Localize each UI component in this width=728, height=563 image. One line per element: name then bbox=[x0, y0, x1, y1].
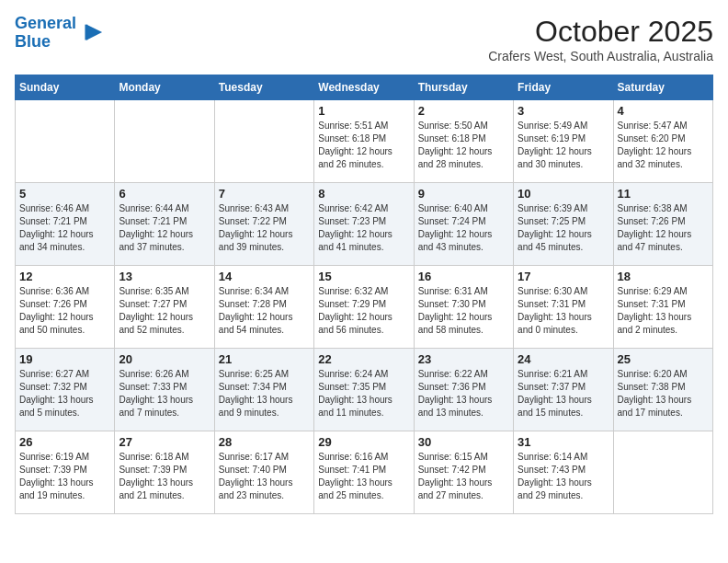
day-number: 23 bbox=[418, 352, 509, 366]
day-number: 31 bbox=[518, 435, 609, 449]
calendar-week-2: 5Sunrise: 6:46 AM Sunset: 7:21 PM Daylig… bbox=[16, 183, 713, 266]
day-number: 1 bbox=[318, 104, 409, 118]
day-info: Sunrise: 6:25 AM Sunset: 7:34 PM Dayligh… bbox=[219, 368, 310, 419]
calendar-cell: 11Sunrise: 6:38 AM Sunset: 7:26 PM Dayli… bbox=[613, 183, 712, 266]
logo-general: General bbox=[15, 14, 76, 32]
day-number: 22 bbox=[318, 352, 409, 366]
calendar-week-5: 26Sunrise: 6:19 AM Sunset: 7:39 PM Dayli… bbox=[16, 431, 713, 514]
day-info: Sunrise: 6:20 AM Sunset: 7:38 PM Dayligh… bbox=[618, 368, 709, 419]
calendar-week-1: 1Sunrise: 5:51 AM Sunset: 6:18 PM Daylig… bbox=[16, 100, 713, 183]
day-info: Sunrise: 6:39 AM Sunset: 7:25 PM Dayligh… bbox=[518, 202, 609, 254]
calendar-cell: 17Sunrise: 6:30 AM Sunset: 7:31 PM Dayli… bbox=[514, 266, 613, 349]
day-number: 11 bbox=[618, 187, 709, 201]
calendar-cell: 18Sunrise: 6:29 AM Sunset: 7:31 PM Dayli… bbox=[613, 266, 712, 349]
calendar-cell: 7Sunrise: 6:43 AM Sunset: 7:22 PM Daylig… bbox=[214, 183, 313, 266]
day-info: Sunrise: 6:40 AM Sunset: 7:24 PM Dayligh… bbox=[418, 202, 509, 254]
calendar-cell: 25Sunrise: 6:20 AM Sunset: 7:38 PM Dayli… bbox=[613, 349, 712, 431]
logo-blue: Blue bbox=[15, 32, 51, 51]
day-number: 9 bbox=[418, 187, 509, 201]
calendar-cell: 5Sunrise: 6:46 AM Sunset: 7:21 PM Daylig… bbox=[16, 183, 115, 266]
calendar-cell: 26Sunrise: 6:19 AM Sunset: 7:39 PM Dayli… bbox=[16, 431, 115, 514]
calendar-cell: 1Sunrise: 5:51 AM Sunset: 6:18 PM Daylig… bbox=[314, 100, 414, 183]
weekday-header-row: SundayMondayTuesdayWednesdayThursdayFrid… bbox=[16, 75, 713, 100]
day-number: 7 bbox=[219, 187, 310, 201]
calendar-cell: 3Sunrise: 5:49 AM Sunset: 6:19 PM Daylig… bbox=[514, 100, 613, 183]
weekday-saturday: Saturday bbox=[613, 75, 712, 100]
day-number: 20 bbox=[119, 352, 210, 366]
calendar-cell: 2Sunrise: 5:50 AM Sunset: 6:18 PM Daylig… bbox=[414, 100, 513, 183]
day-number: 30 bbox=[418, 435, 509, 449]
day-number: 25 bbox=[618, 352, 709, 366]
day-info: Sunrise: 6:14 AM Sunset: 7:43 PM Dayligh… bbox=[518, 451, 609, 502]
calendar-body: 1Sunrise: 5:51 AM Sunset: 6:18 PM Daylig… bbox=[16, 100, 713, 514]
calendar-cell: 28Sunrise: 6:17 AM Sunset: 7:40 PM Dayli… bbox=[214, 431, 313, 514]
day-number: 27 bbox=[119, 435, 210, 449]
day-number: 21 bbox=[219, 352, 310, 366]
calendar-cell bbox=[613, 431, 712, 514]
day-number: 12 bbox=[19, 270, 110, 283]
calendar-cell: 16Sunrise: 6:31 AM Sunset: 7:30 PM Dayli… bbox=[414, 266, 513, 349]
calendar-cell: 9Sunrise: 6:40 AM Sunset: 7:24 PM Daylig… bbox=[414, 183, 513, 266]
day-info: Sunrise: 6:38 AM Sunset: 7:26 PM Dayligh… bbox=[618, 202, 709, 254]
day-info: Sunrise: 6:36 AM Sunset: 7:26 PM Dayligh… bbox=[19, 285, 110, 337]
calendar-cell: 14Sunrise: 6:34 AM Sunset: 7:28 PM Dayli… bbox=[214, 266, 313, 349]
weekday-sunday: Sunday bbox=[16, 75, 115, 100]
page-header: General Blue October 2025 Crafers West, … bbox=[15, 15, 713, 63]
day-number: 29 bbox=[318, 435, 409, 449]
day-info: Sunrise: 5:51 AM Sunset: 6:18 PM Dayligh… bbox=[318, 120, 409, 171]
day-info: Sunrise: 6:15 AM Sunset: 7:42 PM Dayligh… bbox=[418, 451, 509, 502]
calendar-cell: 30Sunrise: 6:15 AM Sunset: 7:42 PM Dayli… bbox=[414, 431, 513, 514]
day-info: Sunrise: 6:21 AM Sunset: 7:37 PM Dayligh… bbox=[518, 368, 609, 419]
day-number: 16 bbox=[418, 270, 509, 283]
day-number: 18 bbox=[618, 270, 709, 283]
day-info: Sunrise: 6:24 AM Sunset: 7:35 PM Dayligh… bbox=[318, 368, 409, 419]
day-info: Sunrise: 6:18 AM Sunset: 7:39 PM Dayligh… bbox=[119, 451, 210, 502]
calendar-cell: 4Sunrise: 5:47 AM Sunset: 6:20 PM Daylig… bbox=[613, 100, 712, 183]
day-number: 28 bbox=[219, 435, 310, 449]
calendar-cell: 10Sunrise: 6:39 AM Sunset: 7:25 PM Dayli… bbox=[514, 183, 613, 266]
calendar-cell: 22Sunrise: 6:24 AM Sunset: 7:35 PM Dayli… bbox=[314, 349, 414, 431]
calendar-cell: 29Sunrise: 6:16 AM Sunset: 7:41 PM Dayli… bbox=[314, 431, 414, 514]
day-info: Sunrise: 6:16 AM Sunset: 7:41 PM Dayligh… bbox=[318, 451, 409, 502]
calendar-week-4: 19Sunrise: 6:27 AM Sunset: 7:32 PM Dayli… bbox=[16, 349, 713, 431]
svg-marker-0 bbox=[86, 24, 102, 40]
svg-rect-1 bbox=[85, 24, 88, 40]
day-info: Sunrise: 6:43 AM Sunset: 7:22 PM Dayligh… bbox=[219, 202, 310, 254]
day-info: Sunrise: 5:50 AM Sunset: 6:18 PM Dayligh… bbox=[418, 120, 509, 171]
day-info: Sunrise: 6:34 AM Sunset: 7:28 PM Dayligh… bbox=[219, 285, 310, 337]
calendar-cell: 15Sunrise: 6:32 AM Sunset: 7:29 PM Dayli… bbox=[314, 266, 414, 349]
day-info: Sunrise: 5:47 AM Sunset: 6:20 PM Dayligh… bbox=[618, 120, 709, 171]
day-number: 19 bbox=[19, 352, 110, 366]
day-info: Sunrise: 5:49 AM Sunset: 6:19 PM Dayligh… bbox=[518, 120, 609, 171]
weekday-thursday: Thursday bbox=[414, 75, 513, 100]
day-info: Sunrise: 6:35 AM Sunset: 7:27 PM Dayligh… bbox=[119, 285, 210, 337]
day-number: 24 bbox=[518, 352, 609, 366]
day-number: 14 bbox=[219, 270, 310, 283]
logo: General Blue bbox=[15, 15, 104, 52]
day-info: Sunrise: 6:26 AM Sunset: 7:33 PM Dayligh… bbox=[119, 368, 210, 419]
day-info: Sunrise: 6:17 AM Sunset: 7:40 PM Dayligh… bbox=[219, 451, 310, 502]
day-number: 26 bbox=[19, 435, 110, 449]
day-info: Sunrise: 6:27 AM Sunset: 7:32 PM Dayligh… bbox=[19, 368, 110, 419]
logo-icon bbox=[78, 20, 104, 46]
calendar-cell: 13Sunrise: 6:35 AM Sunset: 7:27 PM Dayli… bbox=[115, 266, 214, 349]
day-number: 10 bbox=[518, 187, 609, 201]
calendar-cell: 12Sunrise: 6:36 AM Sunset: 7:26 PM Dayli… bbox=[16, 266, 115, 349]
day-info: Sunrise: 6:30 AM Sunset: 7:31 PM Dayligh… bbox=[518, 285, 609, 337]
day-number: 15 bbox=[318, 270, 409, 283]
logo-text: General Blue bbox=[15, 15, 76, 52]
day-info: Sunrise: 6:19 AM Sunset: 7:39 PM Dayligh… bbox=[19, 451, 110, 502]
weekday-tuesday: Tuesday bbox=[214, 75, 313, 100]
location: Crafers West, South Australia, Australia bbox=[488, 49, 713, 63]
day-info: Sunrise: 6:44 AM Sunset: 7:21 PM Dayligh… bbox=[119, 202, 210, 254]
title-area: October 2025 Crafers West, South Austral… bbox=[488, 15, 713, 63]
calendar-table: SundayMondayTuesdayWednesdayThursdayFrid… bbox=[15, 75, 713, 514]
day-number: 13 bbox=[119, 270, 210, 283]
weekday-wednesday: Wednesday bbox=[314, 75, 414, 100]
calendar-cell: 23Sunrise: 6:22 AM Sunset: 7:36 PM Dayli… bbox=[414, 349, 513, 431]
calendar-cell: 6Sunrise: 6:44 AM Sunset: 7:21 PM Daylig… bbox=[115, 183, 214, 266]
calendar-cell: 21Sunrise: 6:25 AM Sunset: 7:34 PM Dayli… bbox=[214, 349, 313, 431]
day-number: 5 bbox=[19, 187, 110, 201]
day-number: 4 bbox=[618, 104, 709, 118]
day-number: 17 bbox=[518, 270, 609, 283]
